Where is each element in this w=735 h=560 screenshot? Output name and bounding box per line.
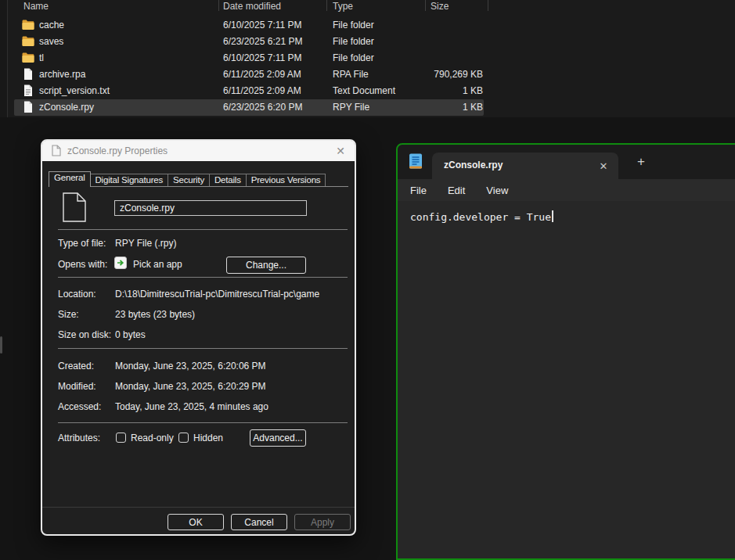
pick-an-app-icon xyxy=(114,257,127,271)
section-divider xyxy=(58,348,348,349)
file-row-saves[interactable]: saves 6/23/2025 6:21 PM File folder xyxy=(0,34,735,50)
size-on-disk-value: 0 bytes xyxy=(115,329,146,340)
location-value: D:\18\DimitrescuTrial-pc\DimitrescuTrial… xyxy=(115,289,319,300)
change-button[interactable]: Change... xyxy=(226,257,306,274)
notepad-tab-zconsole[interactable]: zConsole.rpy ✕ xyxy=(432,153,618,179)
size-label: Size: xyxy=(58,309,79,320)
file-explorer-pane: Name Date modified Type Size cache 6/10/… xyxy=(0,0,735,117)
column-divider[interactable] xyxy=(326,0,327,11)
cancel-button[interactable]: Cancel xyxy=(231,514,287,530)
dialog-titlebar[interactable]: zConsole.rpy Properties ✕ xyxy=(42,141,355,161)
column-header-name[interactable]: Name xyxy=(23,1,49,12)
tab-security[interactable]: Security xyxy=(168,174,210,186)
opens-with-value: Pick an app xyxy=(133,259,182,270)
folder-icon xyxy=(22,36,34,48)
column-header-type[interactable]: Type xyxy=(333,1,353,12)
text-cursor xyxy=(552,210,553,222)
editor-text: config.developer = True xyxy=(410,211,551,223)
file-row-cache[interactable]: cache 6/10/2025 7:11 PM File folder xyxy=(0,17,735,34)
readonly-checkbox[interactable] xyxy=(116,433,126,443)
section-divider xyxy=(58,422,348,423)
location-label: Location: xyxy=(58,289,96,300)
properties-dialog: zConsole.rpy Properties ✕ General Digita… xyxy=(41,139,356,536)
file-row-zconsole-rpy-selected[interactable]: zConsole.rpy 6/23/2025 6:20 PM RPY File … xyxy=(0,99,735,116)
menu-file[interactable]: File xyxy=(410,185,427,196)
accessed-label: Accessed: xyxy=(58,401,101,412)
column-header-row: Name Date modified Type Size xyxy=(0,0,735,12)
text-document-icon xyxy=(23,84,36,97)
apply-button[interactable]: Apply xyxy=(294,514,351,530)
column-divider[interactable] xyxy=(218,0,219,11)
hidden-label: Hidden xyxy=(193,433,223,443)
navigation-pane-edge xyxy=(0,0,8,117)
size-value: 23 bytes (23 bytes) xyxy=(115,309,195,320)
tab-details[interactable]: Details xyxy=(209,174,247,186)
column-divider[interactable] xyxy=(425,0,426,11)
filename-input[interactable] xyxy=(114,200,307,216)
desktop-screen: Name Date modified Type Size cache 6/10/… xyxy=(0,0,735,560)
opens-with-label: Opens with: xyxy=(58,259,107,270)
nav-scrollbar-thumb[interactable] xyxy=(0,336,2,354)
dialog-tab-strip: General Digital Signatures Security Deta… xyxy=(49,171,325,187)
column-header-date-modified[interactable]: Date modified xyxy=(223,1,281,12)
section-divider xyxy=(58,229,348,230)
ok-button[interactable]: OK xyxy=(168,514,224,530)
modified-label: Modified: xyxy=(58,381,96,392)
type-of-file-value: RPY File (.rpy) xyxy=(115,238,176,249)
tab-digital-signatures[interactable]: Digital Signatures xyxy=(90,174,169,186)
column-header-size[interactable]: Size xyxy=(431,1,449,12)
advanced-button[interactable]: Advanced... xyxy=(250,429,306,447)
column-divider[interactable] xyxy=(488,0,488,11)
notepad-app-icon xyxy=(409,153,423,172)
size-on-disk-label: Size on disk: xyxy=(58,329,111,340)
notepad-tab-title: zConsole.rpy xyxy=(444,160,503,171)
notepad-editor[interactable]: config.developer = True xyxy=(398,201,735,558)
readonly-label: Read-only xyxy=(131,433,174,443)
file-row-tl[interactable]: tl 6/10/2025 7:11 PM File folder xyxy=(0,50,735,66)
file-type-icon xyxy=(63,192,86,224)
modified-value: Monday, June 23, 2025, 6:20:29 PM xyxy=(115,381,266,392)
document-icon xyxy=(52,145,61,159)
folder-icon xyxy=(22,20,34,32)
type-of-file-label: Type of file: xyxy=(58,238,106,249)
file-icon xyxy=(23,101,36,113)
accessed-value: Today, June 23, 2025, 4 minutes ago xyxy=(115,401,268,412)
tab-previous-versions[interactable]: Previous Versions xyxy=(246,174,326,186)
close-icon[interactable]: ✕ xyxy=(333,143,348,159)
file-icon xyxy=(23,68,36,81)
button-strip-divider xyxy=(42,507,355,508)
created-value: Monday, June 23, 2025, 6:20:06 PM xyxy=(115,361,266,372)
dialog-title: zConsole.rpy Properties xyxy=(67,145,168,156)
file-row-script-version-txt[interactable]: script_version.txt 6/11/2025 2:09 AM Tex… xyxy=(0,83,735,99)
section-divider xyxy=(58,277,348,278)
folder-icon xyxy=(22,52,34,65)
created-label: Created: xyxy=(58,361,94,372)
attributes-label: Attributes: xyxy=(58,433,100,443)
notepad-window: zConsole.rpy ✕ + File Edit View config.d… xyxy=(396,143,735,560)
tab-general[interactable]: General xyxy=(49,171,91,187)
menu-view[interactable]: View xyxy=(486,185,508,196)
notepad-menubar: File Edit View xyxy=(398,179,735,201)
file-row-archive-rpa[interactable]: archive.rpa 6/11/2025 2:09 AM RPA File 7… xyxy=(0,66,735,83)
hidden-checkbox[interactable] xyxy=(178,433,189,443)
new-tab-icon[interactable]: + xyxy=(632,153,650,171)
notepad-titlebar[interactable]: zConsole.rpy ✕ + xyxy=(398,145,735,179)
tab-close-icon[interactable]: ✕ xyxy=(596,159,611,173)
menu-edit[interactable]: Edit xyxy=(448,185,465,196)
